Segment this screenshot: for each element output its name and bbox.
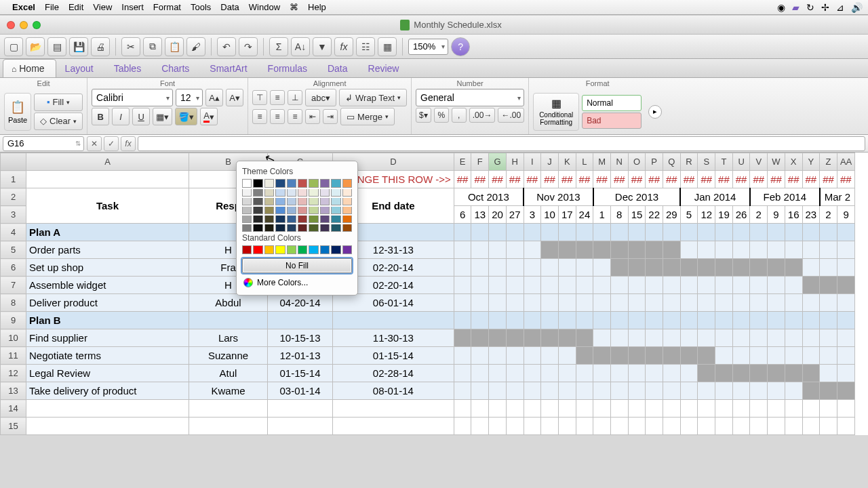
tab-layout[interactable]: Layout bbox=[56, 59, 105, 77]
conditional-formatting-button[interactable]: ▦Conditional Formatting bbox=[533, 93, 579, 131]
style-normal[interactable]: Normal bbox=[582, 95, 642, 111]
color-swatch[interactable] bbox=[320, 198, 330, 205]
help-button[interactable]: ? bbox=[451, 37, 470, 56]
color-swatch[interactable] bbox=[320, 207, 330, 214]
italic-button[interactable]: I bbox=[112, 108, 130, 125]
color-swatch[interactable] bbox=[242, 224, 252, 232]
color-swatch[interactable] bbox=[253, 245, 262, 254]
number-format-select[interactable]: General bbox=[416, 89, 524, 106]
increase-decimal-button[interactable]: .00→ bbox=[469, 108, 496, 123]
filter-button[interactable]: ▼ bbox=[313, 37, 332, 56]
color-swatch[interactable] bbox=[253, 224, 262, 232]
align-left-button[interactable]: ≡ bbox=[252, 109, 267, 124]
color-swatch[interactable] bbox=[242, 245, 252, 254]
paste-button[interactable]: 📋 bbox=[165, 37, 184, 56]
col-header[interactable]: Z bbox=[820, 153, 837, 171]
col-header[interactable]: X bbox=[785, 153, 802, 171]
color-swatch[interactable] bbox=[242, 198, 252, 205]
zoom-select[interactable]: 150% bbox=[408, 39, 448, 55]
align-right-button[interactable]: ≡ bbox=[288, 109, 302, 124]
menu-format[interactable]: Format bbox=[153, 2, 181, 12]
row-header[interactable]: 6 bbox=[1, 259, 26, 277]
color-swatch[interactable] bbox=[320, 245, 330, 254]
col-header[interactable]: F bbox=[471, 153, 489, 171]
volume-icon[interactable]: 🔊 bbox=[851, 2, 863, 13]
row-header[interactable]: 1 bbox=[1, 171, 26, 188]
menu-view[interactable]: View bbox=[93, 2, 112, 12]
menu-insert[interactable]: Insert bbox=[121, 2, 144, 12]
col-header[interactable]: O bbox=[628, 153, 646, 171]
color-swatch[interactable] bbox=[331, 198, 340, 205]
col-header[interactable]: Q bbox=[663, 153, 681, 171]
col-header[interactable]: V bbox=[750, 153, 768, 171]
paste-big-button[interactable]: 📋Paste bbox=[4, 93, 31, 131]
col-header[interactable]: S bbox=[698, 153, 715, 171]
col-header[interactable]: AA bbox=[837, 153, 854, 171]
color-swatch[interactable] bbox=[309, 224, 318, 232]
col-header[interactable]: N bbox=[610, 153, 628, 171]
row-header[interactable]: 15 bbox=[1, 418, 26, 435]
menu-help[interactable]: Help bbox=[308, 2, 326, 12]
print-button[interactable]: 🖨 bbox=[91, 37, 110, 56]
style-bad[interactable]: Bad bbox=[582, 113, 642, 129]
color-swatch[interactable] bbox=[320, 179, 330, 188]
color-swatch[interactable] bbox=[309, 189, 318, 197]
color-swatch[interactable] bbox=[298, 207, 307, 214]
col-header[interactable]: U bbox=[732, 153, 750, 171]
col-header[interactable]: T bbox=[715, 153, 733, 171]
cancel-formula-button[interactable]: ✕ bbox=[87, 136, 102, 151]
col-header[interactable]: R bbox=[680, 153, 698, 171]
minimize-button[interactable] bbox=[20, 21, 28, 29]
color-swatch[interactable] bbox=[320, 189, 330, 197]
row-header[interactable]: 2 bbox=[1, 188, 26, 206]
menu-data[interactable]: Data bbox=[220, 2, 239, 12]
more-colors-button[interactable]: More Colors... bbox=[242, 276, 352, 289]
color-swatch[interactable] bbox=[342, 189, 352, 197]
fill-button[interactable]: ▪Fill▾ bbox=[34, 94, 83, 111]
row-header[interactable]: 13 bbox=[1, 382, 26, 400]
record-icon[interactable]: ◉ bbox=[777, 2, 785, 13]
row-header[interactable]: 3 bbox=[1, 206, 26, 224]
color-swatch[interactable] bbox=[342, 224, 352, 232]
menu-script[interactable]: ⌘ bbox=[290, 2, 298, 12]
percent-button[interactable]: % bbox=[434, 108, 449, 123]
color-swatch[interactable] bbox=[309, 207, 318, 214]
tab-tables[interactable]: Tables bbox=[105, 59, 153, 77]
color-swatch[interactable] bbox=[309, 216, 318, 223]
comma-button[interactable]: , bbox=[452, 108, 467, 123]
col-header[interactable]: Y bbox=[802, 153, 820, 171]
menu-tools[interactable]: Tools bbox=[191, 2, 211, 12]
fx-toolbar-button[interactable]: fx bbox=[334, 37, 353, 56]
increase-indent-button[interactable]: ⇥ bbox=[323, 109, 338, 124]
col-header[interactable]: H bbox=[506, 153, 524, 171]
format-painter-button[interactable]: 🖌 bbox=[186, 37, 205, 56]
tab-home[interactable]: ⌂Home bbox=[3, 59, 56, 77]
copy-button[interactable]: ⧉ bbox=[143, 37, 162, 56]
align-center-button[interactable]: ≡ bbox=[270, 109, 285, 124]
align-middle-button[interactable]: ≡ bbox=[270, 90, 285, 105]
color-swatch[interactable] bbox=[342, 245, 352, 254]
increase-font-button[interactable]: A▴ bbox=[205, 89, 223, 106]
tab-data[interactable]: Data bbox=[319, 59, 359, 77]
fx-button[interactable]: fx bbox=[121, 136, 136, 151]
align-top-button[interactable]: ⊤ bbox=[252, 90, 267, 105]
color-swatch[interactable] bbox=[342, 179, 352, 188]
color-swatch[interactable] bbox=[298, 179, 307, 188]
font-name-select[interactable]: Calibri bbox=[92, 89, 173, 106]
color-swatch[interactable] bbox=[342, 198, 352, 205]
decrease-indent-button[interactable]: ⇤ bbox=[305, 109, 320, 124]
col-header[interactable]: M bbox=[593, 153, 611, 171]
menu-file[interactable]: File bbox=[45, 2, 59, 12]
color-swatch[interactable] bbox=[264, 198, 274, 205]
zoom-button[interactable] bbox=[33, 21, 41, 29]
color-swatch[interactable] bbox=[242, 189, 252, 197]
border-button[interactable]: ▦▾ bbox=[153, 108, 172, 125]
color-swatch[interactable] bbox=[253, 207, 262, 214]
row-header[interactable]: 8 bbox=[1, 294, 26, 312]
underline-button[interactable]: U bbox=[132, 108, 150, 125]
decrease-decimal-button[interactable]: ←.00 bbox=[498, 108, 524, 123]
cut-button[interactable]: ✂ bbox=[121, 37, 140, 56]
row-header[interactable]: 4 bbox=[1, 224, 26, 241]
close-button[interactable] bbox=[7, 21, 15, 29]
timemachine-icon[interactable]: ↻ bbox=[806, 2, 814, 13]
